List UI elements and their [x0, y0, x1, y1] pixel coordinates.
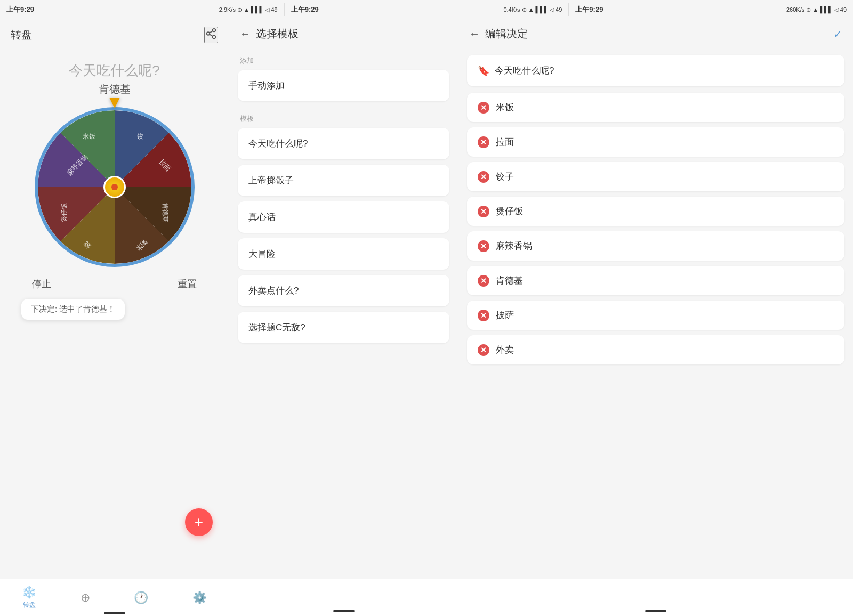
status-bar-3: 上午9:29 260K/s ⊙ ▲ ▌▌▌ ◁ 49: [569, 0, 853, 19]
spinner-result: 肯德基: [99, 82, 131, 96]
spinner-content: 今天吃什么呢? 肯德基: [0, 51, 229, 579]
add-nav-icon: ⊕: [81, 591, 90, 605]
status-bar-1: 上午9:29 2.9K/s ⊙ ▲ ▌▌▌ ◁ 49: [0, 0, 284, 19]
status-time-1: 上午9:29: [6, 5, 34, 14]
templates-header-left: ← 选择模板: [240, 27, 299, 41]
svg-text:饺: 饺: [136, 133, 143, 140]
bottom-indicator-3: [645, 610, 666, 612]
svg-text:煲仔饭: 煲仔饭: [60, 203, 67, 222]
fab-add-button[interactable]: +: [185, 508, 213, 536]
panel-templates: ← 选择模板 添加 手动添加 模板 今天吃什么呢? 上帝掷骰子 真心话 大冒险 …: [229, 19, 458, 616]
wheel-pointer: [109, 98, 120, 108]
template-item-5[interactable]: 选择题C无敌?: [238, 312, 449, 343]
wheel-center: [103, 176, 126, 198]
bottom-indicator-2: [333, 610, 355, 612]
svg-line-3: [210, 34, 213, 36]
wheel-dot: [111, 184, 118, 190]
edit-list-item-5[interactable]: ✕ 肯德基: [467, 266, 844, 295]
status-time-3: 上午9:29: [575, 5, 603, 14]
edit-header: ← 编辑决定 ✓: [458, 19, 853, 48]
template-item-3[interactable]: 大冒险: [238, 238, 449, 270]
signal-icons-3: 260K/s ⊙ ▲ ▌▌▌ ◁ 49: [786, 6, 847, 13]
share-button[interactable]: [204, 27, 218, 43]
decision-bubble: 下决定: 选中了肯德基！: [21, 299, 125, 320]
nav-item-history[interactable]: 🕐: [134, 591, 148, 605]
template-item-2[interactable]: 真心话: [238, 201, 449, 233]
stop-button[interactable]: 停止: [32, 278, 51, 290]
history-nav-icon: 🕐: [134, 591, 148, 605]
edit-item-label-0: 米饭: [496, 101, 514, 114]
section-add-label: 添加: [238, 48, 449, 70]
svg-text:米饭: 米饭: [83, 133, 95, 140]
edit-list-item-7[interactable]: ✕ 外卖: [467, 335, 844, 364]
edit-item-label-5: 肯德基: [496, 274, 523, 287]
edit-item-label-3: 煲仔饭: [496, 205, 523, 217]
spinner-header: 转盘: [0, 19, 229, 51]
signal-icons-1: 2.9K/s ⊙ ▲ ▌▌▌ ◁ 49: [219, 6, 278, 13]
edit-header-left: ← 编辑决定: [469, 27, 528, 41]
edit-content: 🔖 今天吃什么呢? ✕ 米饭 ✕ 拉面 ✕ 饺子 ✕ 煲仔饭 ✕ 麻辣香锅: [458, 48, 853, 579]
edit-header-right: ✓: [833, 28, 842, 40]
spinner-question: 今天吃什么呢?: [69, 61, 159, 80]
remove-icon-6[interactable]: ✕: [478, 310, 489, 321]
edit-list-item-4[interactable]: ✕ 麻辣香锅: [467, 231, 844, 261]
panel-edit: ← 编辑决定 ✓ 🔖 今天吃什么呢? ✕ 米饭 ✕ 拉面 ✕ 饺子: [458, 19, 853, 616]
status-bars: 上午9:29 2.9K/s ⊙ ▲ ▌▌▌ ◁ 49 上午9:29 0.4K/s…: [0, 0, 853, 19]
reset-button[interactable]: 重置: [178, 278, 197, 290]
panels-container: 转盘 今天吃什么呢? 肯德基: [0, 19, 853, 616]
status-time-2: 上午9:29: [291, 5, 319, 14]
edit-list-item-1[interactable]: ✕ 拉面: [467, 127, 844, 157]
bottom-bar-3: [458, 579, 853, 616]
edit-back-button[interactable]: ←: [469, 28, 480, 40]
svg-line-4: [210, 31, 213, 33]
remove-icon-2[interactable]: ✕: [478, 171, 489, 183]
status-icons-2: 0.4K/s ⊙ ▲ ▌▌▌ ◁ 49: [503, 6, 562, 13]
nav-label-spinner: 转盘: [23, 601, 36, 610]
spinner-buttons: 停止 重置: [11, 278, 218, 290]
templates-header: ← 选择模板: [229, 19, 458, 48]
status-icons-3: 260K/s ⊙ ▲ ▌▌▌ ◁ 49: [786, 6, 847, 13]
signal-icons-2: 0.4K/s ⊙ ▲ ▌▌▌ ◁ 49: [503, 6, 562, 13]
template-item-1[interactable]: 上帝掷骰子: [238, 165, 449, 196]
spinner-title: 转盘: [11, 28, 32, 42]
edit-confirm-button[interactable]: ✓: [833, 28, 842, 40]
nav-indicator: [104, 612, 125, 614]
edit-list-item-0[interactable]: ✕ 米饭: [467, 93, 844, 122]
edit-list-item-3[interactable]: ✕ 煲仔饭: [467, 197, 844, 226]
template-item-0[interactable]: 今天吃什么呢?: [238, 128, 449, 159]
edit-list-item-2[interactable]: ✕ 饺子: [467, 162, 844, 191]
remove-icon-5[interactable]: ✕: [478, 275, 489, 287]
edit-item-label-4: 麻辣香锅: [496, 240, 532, 252]
remove-icon-4[interactable]: ✕: [478, 240, 489, 252]
status-icons-1: 2.9K/s ⊙ ▲ ▌▌▌ ◁ 49: [219, 6, 278, 13]
bottom-nav: ❄️ 转盘 ⊕ 🕐 ⚙️: [0, 579, 229, 616]
nav-item-settings[interactable]: ⚙️: [192, 591, 207, 605]
spinner-nav-icon: ❄️: [22, 586, 36, 599]
settings-nav-icon: ⚙️: [192, 591, 207, 605]
panel-spinner: 转盘 今天吃什么呢? 肯德基: [0, 19, 229, 616]
templates-back-button[interactable]: ←: [240, 28, 251, 40]
edit-list-item-6[interactable]: ✕ 披萨: [467, 301, 844, 330]
wheel-container[interactable]: 麻辣香锅 煲仔饭 烧 粥米 肯德基 拉面 饺: [35, 107, 195, 267]
edit-item-label-7: 外卖: [496, 344, 514, 356]
edit-item-label-1: 拉面: [496, 136, 514, 148]
remove-icon-3[interactable]: ✕: [478, 206, 489, 217]
status-bar-2: 上午9:29 0.4K/s ⊙ ▲ ▌▌▌ ◁ 49: [285, 0, 569, 19]
nav-item-add[interactable]: ⊕: [81, 591, 90, 605]
remove-icon-0[interactable]: ✕: [478, 102, 489, 114]
bookmark-icon: 🔖: [478, 65, 489, 77]
nav-item-spinner[interactable]: ❄️ 转盘: [22, 586, 36, 610]
remove-icon-7[interactable]: ✕: [478, 344, 489, 356]
edit-title-item[interactable]: 🔖 今天吃什么呢?: [467, 55, 844, 86]
bottom-bar-2: [229, 579, 458, 616]
templates-title: 选择模板: [256, 27, 299, 41]
edit-item-label-6: 披萨: [496, 309, 514, 321]
template-content: 添加 手动添加 模板 今天吃什么呢? 上帝掷骰子 真心话 大冒险 外卖点什么? …: [229, 48, 458, 579]
section-template-label: 模板: [238, 107, 449, 128]
template-item-4[interactable]: 外卖点什么?: [238, 275, 449, 306]
svg-text:肯德基: 肯德基: [162, 203, 169, 222]
manual-add-item[interactable]: 手动添加: [238, 70, 449, 101]
remove-icon-1[interactable]: ✕: [478, 136, 489, 148]
edit-title-text: 今天吃什么呢?: [495, 64, 554, 77]
edit-item-label-2: 饺子: [496, 171, 514, 183]
